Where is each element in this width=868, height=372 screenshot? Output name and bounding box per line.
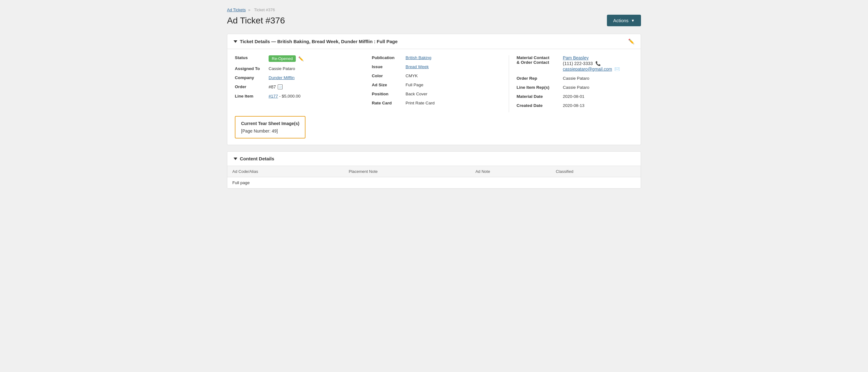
content-details-header: Content Details xyxy=(227,152,641,166)
line-item-rep-value: Cassie Pataro xyxy=(563,85,589,90)
detail-column-2: Publication British Baking Issue Bread W… xyxy=(372,55,496,112)
edit-icon[interactable]: ✏️ xyxy=(628,38,634,44)
company-label: Company xyxy=(235,75,266,80)
company-link[interactable]: Dunder Mifflin xyxy=(269,75,294,80)
material-date-label: Material Date xyxy=(517,94,560,99)
issue-row: Issue Bread Week xyxy=(372,64,496,69)
status-row: Status Re-Opened ✏️ xyxy=(235,55,359,62)
position-value: Back Cover xyxy=(406,92,428,96)
tear-sheet-box: Current Tear Sheet Image(s) [Page Number… xyxy=(235,116,306,138)
line-item-rep-row: Line Item Rep(s) Cassie Pataro xyxy=(517,85,633,90)
doc-icon: 📄 xyxy=(278,84,283,89)
line-item-value: #177 - $5,000.00 xyxy=(269,94,301,98)
line-item-label: Line Item xyxy=(235,94,266,98)
ticket-details-card: Ticket Details — British Baking, Bread W… xyxy=(227,34,641,145)
material-date-value: 2020-08-01 xyxy=(563,94,584,99)
col-classified: Classified xyxy=(551,166,641,177)
phone-icon: 📞 xyxy=(595,61,601,66)
ad-size-label: Ad Size xyxy=(372,83,403,87)
order-link[interactable]: #87 xyxy=(269,84,276,89)
col-ad-note: Ad Note xyxy=(470,166,551,177)
company-row: Company Dunder Mifflin xyxy=(235,75,359,80)
cell-classified xyxy=(551,177,641,188)
created-date-row: Created Date 2020-08-13 xyxy=(517,103,633,108)
issue-link[interactable]: Bread Week xyxy=(406,64,429,69)
order-rep-label: Order Rep xyxy=(517,76,560,81)
issue-value: Bread Week xyxy=(406,64,429,69)
tear-sheet-value: [Page Number: 49] xyxy=(241,128,299,133)
card-header-left: Ticket Details — British Baking, Bread W… xyxy=(234,39,398,44)
col-placement-note: Placement Note xyxy=(344,166,470,177)
chevron-down-icon: ▼ xyxy=(631,19,635,23)
table-row: Full page xyxy=(227,177,641,188)
assigned-to-value: Cassie Pataro xyxy=(269,66,295,71)
breadcrumb: Ad Tickets » Ticket #376 xyxy=(227,7,641,12)
status-value-group: Re-Opened ✏️ xyxy=(269,55,304,62)
content-table-wrapper: Ad Code/Alias Placement Note Ad Note Cla… xyxy=(227,166,641,188)
content-table-body: Full page xyxy=(227,177,641,188)
rate-card-label: Rate Card xyxy=(372,101,403,105)
cell-ad-code: Full page xyxy=(227,177,344,188)
detail-column-3: Material Contact & Order Contact Pam Bea… xyxy=(509,55,633,112)
publication-link[interactable]: British Baking xyxy=(406,55,432,60)
publication-value: British Baking xyxy=(406,55,432,60)
order-contact-label: & Order Contact xyxy=(517,60,560,65)
order-label: Order xyxy=(235,84,266,89)
status-label: Status xyxy=(235,55,266,60)
rate-card-row: Rate Card Print Rate Card xyxy=(372,101,496,105)
created-date-value: 2020-08-13 xyxy=(563,103,584,108)
collapse-icon[interactable] xyxy=(234,40,237,43)
assigned-to-row: Assigned To Cassie Pataro xyxy=(235,66,359,71)
line-item-row: Line Item #177 - $5,000.00 xyxy=(235,94,359,98)
line-item-rep-label: Line Item Rep(s) xyxy=(517,85,560,90)
line-item-amount: - $5,000.00 xyxy=(279,94,301,98)
assigned-to-label: Assigned To xyxy=(235,66,266,71)
page-header: Ad Ticket #376 Actions ▼ xyxy=(227,15,641,26)
line-item-link[interactable]: #177 xyxy=(269,94,278,98)
cell-ad-note xyxy=(470,177,551,188)
detail-column-1: Status Re-Opened ✏️ Assigned To Cassie P… xyxy=(235,55,359,112)
actions-label: Actions xyxy=(613,18,628,23)
ticket-details-body: Status Re-Opened ✏️ Assigned To Cassie P… xyxy=(227,49,641,145)
publication-row: Publication British Baking xyxy=(372,55,496,60)
breadcrumb-separator: » xyxy=(248,7,250,12)
content-table-head: Ad Code/Alias Placement Note Ad Note Cla… xyxy=(227,166,641,177)
contact-email-row: cassiepataro@gmail.com ✉️ xyxy=(563,67,620,71)
tear-sheet-title: Current Tear Sheet Image(s) xyxy=(241,121,299,126)
ticket-details-title: Ticket Details — British Baking, Bread W… xyxy=(240,39,398,44)
issue-label: Issue xyxy=(372,64,403,69)
status-badge: Re-Opened xyxy=(269,55,296,62)
content-details-card: Content Details Ad Code/Alias Placement … xyxy=(227,151,641,189)
material-date-row: Material Date 2020-08-01 xyxy=(517,94,633,99)
position-label: Position xyxy=(372,92,403,96)
created-date-label: Created Date xyxy=(517,103,560,108)
email-icon: ✉️ xyxy=(614,67,620,71)
contact-email-link[interactable]: cassiepataro@gmail.com xyxy=(563,67,612,71)
actions-button[interactable]: Actions ▼ xyxy=(607,15,641,26)
order-rep-row: Order Rep Cassie Pataro xyxy=(517,76,633,81)
ad-size-value: Full Page xyxy=(406,83,423,87)
contact-phone: (111) 222-3333 📞 xyxy=(563,61,620,66)
breadcrumb-current: Ticket #376 xyxy=(254,7,275,12)
color-label: Color xyxy=(372,73,403,78)
material-contact-label: Material Contact xyxy=(517,55,560,60)
publication-label: Publication xyxy=(372,55,403,60)
content-collapse-icon[interactable] xyxy=(234,158,237,160)
rate-card-value: Print Rate Card xyxy=(406,101,435,105)
page-title: Ad Ticket #376 xyxy=(227,16,285,26)
material-contact-row: Material Contact & Order Contact Pam Bea… xyxy=(517,55,633,71)
material-contact-values: Pam Beasley (111) 222-3333 📞 cassiepatar… xyxy=(563,55,620,71)
status-edit-icon[interactable]: ✏️ xyxy=(298,56,304,61)
company-value: Dunder Mifflin xyxy=(269,75,294,80)
details-grid: Status Re-Opened ✏️ Assigned To Cassie P… xyxy=(235,55,633,112)
breadcrumb-link[interactable]: Ad Tickets xyxy=(227,7,246,12)
color-value: CMYK xyxy=(406,73,418,78)
order-value-group: #87 📄 xyxy=(269,84,283,89)
contact-name-link[interactable]: Pam Beasley xyxy=(563,55,620,60)
content-details-title: Content Details xyxy=(240,156,274,161)
color-row: Color CMYK xyxy=(372,73,496,78)
position-row: Position Back Cover xyxy=(372,92,496,96)
order-rep-value: Cassie Pataro xyxy=(563,76,589,81)
cell-placement-note xyxy=(344,177,470,188)
content-table: Ad Code/Alias Placement Note Ad Note Cla… xyxy=(227,166,641,188)
